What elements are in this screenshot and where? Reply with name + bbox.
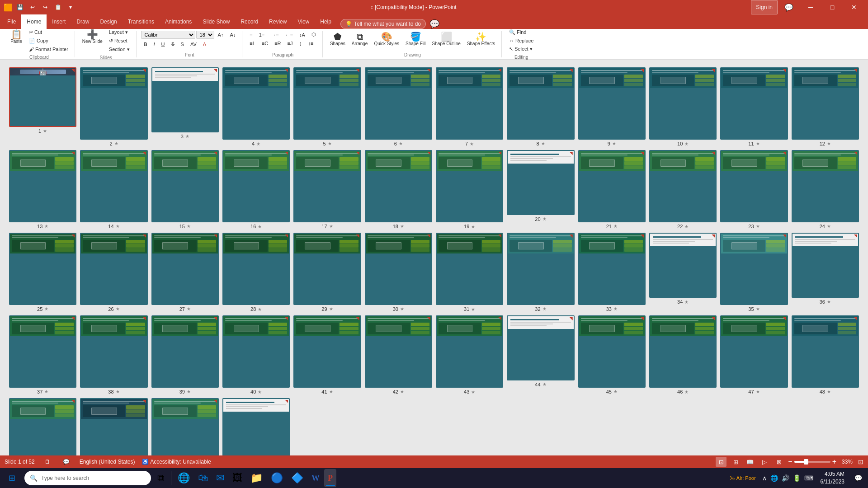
number-list-button[interactable]: 1≡ [256, 31, 268, 38]
clock[interactable]: 4:05 AM 6/11/2023 [817, 469, 848, 488]
zoom-level[interactable]: 33% [840, 458, 854, 466]
slide-item-46[interactable]: 46 ★ [649, 315, 717, 394]
chrome-button[interactable]: 🔵 [267, 469, 287, 487]
slide-item-8[interactable]: 8 ★ [507, 67, 574, 146]
slide-item-3[interactable]: 3 ★ [151, 67, 219, 146]
accessibility-indicator[interactable]: ♿ Accessibility: Unavailable [142, 459, 211, 465]
bold-button[interactable]: B [141, 40, 150, 48]
slide-item-45[interactable]: 45 ★ [578, 315, 646, 394]
tab-transitions[interactable]: Transitions [123, 14, 160, 29]
quick-styles-button[interactable]: 🎨Quick Styles [371, 31, 402, 47]
save-button[interactable]: 💾 [14, 2, 25, 13]
slide-item-17[interactable]: 17 ★ [293, 150, 361, 229]
font-family-select[interactable]: Calibri [141, 31, 195, 39]
shadow-button[interactable]: S [178, 40, 187, 48]
section-button[interactable]: Section ▾ [106, 46, 132, 53]
slide-show-button[interactable]: ▷ [759, 457, 770, 467]
minimize-button[interactable]: ─ [800, 0, 821, 14]
zoom-in-button[interactable]: + [832, 458, 836, 466]
slide-item-26[interactable]: 26 ★ [80, 233, 147, 312]
slide-item-12[interactable]: 12 ★ [792, 67, 859, 146]
slide-item-49[interactable]: 49 ★ [9, 398, 76, 455]
slide-item-52[interactable]: 52 ★ [222, 398, 290, 455]
align-center-button[interactable]: ≡C [259, 40, 271, 47]
maximize-button[interactable]: □ [822, 0, 843, 14]
volume-icon[interactable]: 🔊 [780, 474, 791, 482]
tab-help[interactable]: Help [315, 14, 337, 29]
slide-item-9[interactable]: 9 ★ [578, 67, 646, 146]
find-button[interactable]: 🔍 Find [506, 28, 536, 36]
tab-view[interactable]: View [292, 14, 315, 29]
notes-toggle[interactable]: 🗒 [42, 458, 53, 466]
copy-button[interactable]: 📄 Copy [26, 37, 71, 45]
slide-item-33[interactable]: 33 ★ [578, 233, 646, 312]
slide-item-36[interactable]: 36 ★ [792, 233, 859, 312]
justify-button[interactable]: ≡J [285, 40, 296, 47]
slide-item-31[interactable]: 31 ★ [436, 233, 503, 312]
convert-smartart-button[interactable]: ⬡ [309, 31, 319, 38]
present-button[interactable]: 📋 [52, 2, 63, 13]
char-spacing-button[interactable]: AV [188, 40, 199, 48]
slide-item-13[interactable]: 13 ★ [9, 150, 76, 229]
replace-button[interactable]: ↔ Replace [506, 37, 536, 44]
reading-view-button[interactable]: 📖 [745, 457, 755, 467]
select-button[interactable]: ↖ Select ▾ [506, 45, 536, 53]
tab-insert[interactable]: Insert [47, 14, 71, 29]
slide-item-51[interactable]: 51 ★ [151, 398, 219, 455]
decrease-indent-button[interactable]: ←≡ [283, 31, 296, 38]
chevron-up-icon[interactable]: ∧ [760, 474, 769, 482]
network-icon[interactable]: 🌐 [769, 474, 780, 482]
slide-item-48[interactable]: 48 ★ [792, 315, 859, 394]
slide-item-40[interactable]: 40 ★ [222, 315, 290, 394]
sign-in-button[interactable]: Sign in [751, 0, 778, 14]
slide-item-50[interactable]: 50 ★ [80, 398, 147, 455]
search-bar[interactable]: 🔍 Type here to search [24, 471, 151, 485]
photos-button[interactable]: 🖼 [229, 469, 246, 487]
slide-grid-area[interactable]: 🤖 1 ★ [0, 60, 868, 455]
slide-item-28[interactable]: 28 ★ [222, 233, 290, 312]
format-painter-button[interactable]: 🖌 Format Painter [26, 46, 71, 53]
tab-review[interactable]: Review [264, 14, 292, 29]
slide-item-2[interactable]: 2 ★ [80, 67, 147, 146]
slide-item-16[interactable]: 16 ★ [222, 150, 290, 229]
slide-item-42[interactable]: 42 ★ [365, 315, 432, 394]
font-color-button[interactable]: A [200, 40, 209, 48]
increase-font-button[interactable]: A↑ [215, 31, 226, 39]
slide-item-4[interactable]: 4 ★ [222, 67, 290, 146]
notification-button[interactable]: 💬 [850, 468, 866, 488]
slide-item-24[interactable]: 24 ★ [792, 150, 859, 229]
tab-animations[interactable]: Animations [160, 14, 197, 29]
cut-button[interactable]: ✂ Cut [26, 28, 71, 36]
taskview-button[interactable]: ⧉ [154, 469, 168, 487]
layout-button[interactable]: Layout ▾ [106, 28, 132, 36]
customize-button[interactable]: ▾ [65, 2, 76, 13]
zoom-out-button[interactable]: − [788, 458, 792, 466]
edge-button[interactable]: 🌐 [174, 469, 193, 487]
slide-item-10[interactable]: 10 ★ [649, 67, 717, 146]
paste-button[interactable]: 📋Paste [7, 28, 25, 53]
battery-icon[interactable]: 🔋 [791, 474, 802, 482]
slide-item-22[interactable]: 22 ★ [649, 150, 717, 229]
slide-item-38[interactable]: 38 ★ [80, 315, 147, 394]
shapes-button[interactable]: ⬟Shapes [327, 31, 348, 47]
slide-item-30[interactable]: 30 ★ [365, 233, 432, 312]
slide-item-5[interactable]: 5 ★ [293, 67, 361, 146]
tell-me-input[interactable]: 💡 Tell me what you want to do [340, 19, 426, 29]
line-spacing-button[interactable]: ↕≡ [306, 40, 316, 47]
powerpoint-button[interactable]: P [324, 469, 336, 487]
slide-item-34[interactable]: 34 ★ [649, 233, 717, 312]
bullet-button[interactable]: ≡ [247, 31, 255, 38]
tab-home[interactable]: Home [21, 14, 47, 29]
zoom-bar[interactable] [794, 461, 830, 463]
close-button[interactable]: ✕ [844, 0, 864, 14]
slide-item-18[interactable]: 18 ★ [365, 150, 432, 229]
slide-item-6[interactable]: 6 ★ [365, 67, 432, 146]
slide-item-29[interactable]: 29 ★ [293, 233, 361, 312]
italic-button[interactable]: I [151, 40, 158, 48]
shape-outline-button[interactable]: ⬜Shape Outline [429, 31, 463, 47]
tab-record[interactable]: Record [235, 14, 264, 29]
edge2-button[interactable]: 🔷 [288, 469, 307, 487]
explorer-button[interactable]: 📁 [247, 469, 266, 487]
comment-button[interactable]: 💬 [429, 19, 439, 29]
slide-item-20[interactable]: 20 ★ [507, 150, 574, 229]
